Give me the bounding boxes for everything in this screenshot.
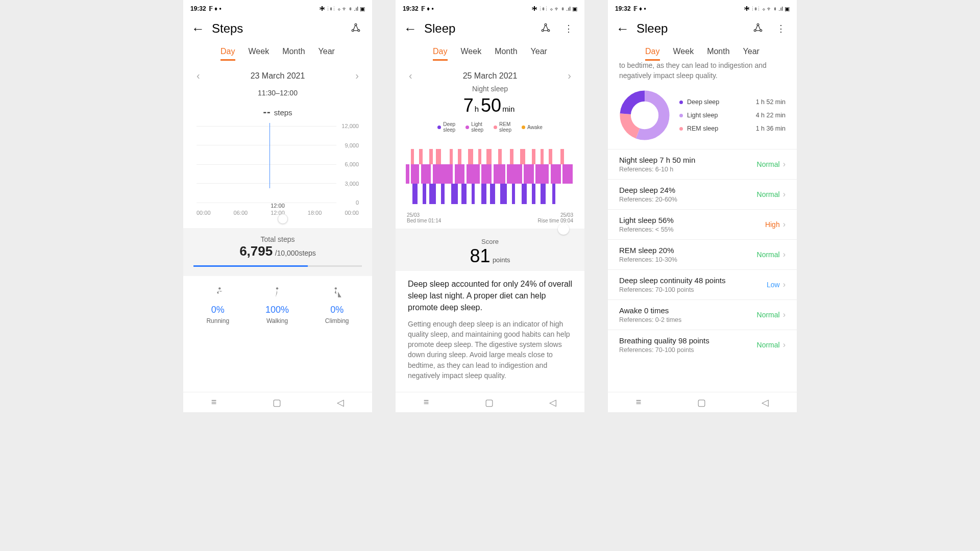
activity-pct: 0% [211, 305, 225, 315]
nav-recent-icon[interactable]: ≡ [211, 397, 217, 408]
metric-row[interactable]: Night sleep 7 h 50 minReferences: 6-10 h… [608, 149, 797, 179]
advice-sub: Getting enough deep sleep is an indicato… [408, 319, 572, 381]
svg-point-8 [548, 30, 550, 32]
status-bar: 19:32𝔽 ♦ • ✱ ⁞▯⁞ ⌔ ᯤ ▯ .ıl ▣ [608, 3, 797, 14]
prev-day-button[interactable]: ‹ [197, 70, 200, 82]
sleep-times: 25/03Bed time 01:14 25/03Rise time 09:04 [396, 210, 584, 223]
metric-status: Normal [757, 251, 780, 259]
status-right-icons: ✱ ⁞▯⁞ ⌔ ᯤ ▯ .ıl ▣ [744, 6, 790, 12]
tab-month[interactable]: Month [495, 47, 517, 61]
tab-day[interactable]: Day [220, 47, 235, 61]
activity-walking[interactable]: 100% Walking [265, 286, 289, 324]
status-left-icons: 𝔽 ♦ • [209, 5, 222, 12]
nav-back-icon[interactable]: ◁ [549, 397, 556, 408]
next-day-button[interactable]: › [355, 70, 359, 82]
ytick: 3,000 [336, 181, 359, 187]
svg-point-3 [218, 287, 220, 289]
dot-icon [494, 126, 497, 129]
chart-cursor[interactable] [270, 123, 270, 188]
tab-year[interactable]: Year [318, 47, 335, 61]
activity-name: Climbing [325, 317, 349, 324]
steps-value: -- [263, 106, 271, 117]
back-button[interactable]: ← [404, 22, 417, 35]
metric-row[interactable]: REM sleep 20%References: 10-30%Normal› [608, 239, 797, 269]
period-tabs: Day Week Month Year [396, 40, 584, 61]
advice-card: Deep sleep accounted for only 24% of ove… [396, 271, 584, 388]
tab-month[interactable]: Month [282, 47, 305, 61]
tab-week[interactable]: Week [461, 47, 482, 61]
nav-back-icon[interactable]: ◁ [337, 397, 344, 408]
more-icon[interactable]: ⋮ [561, 23, 576, 34]
activity-running[interactable]: 0% Running [206, 286, 229, 324]
header: ← Sleep ⋮ [608, 14, 797, 40]
tab-week[interactable]: Week [673, 47, 694, 61]
tab-day[interactable]: Day [645, 47, 659, 61]
period-tabs: Day Week Month Year [183, 40, 372, 61]
share-icon[interactable] [348, 22, 364, 35]
svg-point-5 [335, 287, 337, 289]
xtick: 00:00 [345, 210, 359, 216]
truncated-advice: to bedtime, as they can lead to indigest… [608, 61, 797, 86]
legend-time: 4 h 22 min [756, 112, 786, 119]
score-label: Score [408, 238, 572, 245]
chevron-right-icon: › [783, 280, 786, 289]
share-icon[interactable] [750, 22, 766, 35]
minutes: 50 [481, 95, 501, 116]
rise-label: Rise time 09:04 [538, 218, 573, 223]
nav-recent-icon[interactable]: ≡ [636, 397, 642, 408]
back-button[interactable]: ← [191, 22, 205, 35]
tab-month[interactable]: Month [707, 47, 729, 61]
steps-readout: --steps [183, 106, 372, 118]
metric-title: Breathing quality 98 points [619, 336, 709, 345]
donut-section: Deep sleep1 h 52 min Light sleep4 h 22 m… [608, 86, 797, 149]
nav-recent-icon[interactable]: ≡ [424, 397, 429, 408]
back-button[interactable]: ← [616, 22, 629, 35]
status-time: 19:32 [615, 5, 631, 12]
status-right-icons: ✱ ⁞▯⁞ ⌔ ᯤ ▯ .ıl ▣ [532, 6, 577, 12]
nav-home-icon[interactable]: ▢ [273, 397, 281, 408]
metric-row[interactable]: Deep sleep continuity 48 pointsReference… [608, 269, 797, 299]
tab-year[interactable]: Year [743, 47, 760, 61]
nav-back-icon[interactable]: ◁ [762, 397, 769, 408]
nav-home-icon[interactable]: ▢ [485, 397, 494, 408]
status-right-icons: ✱ ⁞▯⁞ ⌔ ᯤ ▯ .ıl ▣ [320, 6, 365, 12]
status-bar: 19:32𝔽 ♦ • ✱ ⁞▯⁞ ⌔ ᯤ ▯ .ıl ▣ [396, 3, 584, 14]
prev-day-button[interactable]: ‹ [409, 70, 412, 82]
xtick: 00:00 [197, 210, 211, 216]
metric-row[interactable]: Awake 0 timesReferences: 0-2 timesNormal… [608, 299, 797, 330]
metric-title: Deep sleep continuity 48 points [619, 276, 725, 285]
metric-row[interactable]: Breathing quality 98 pointsReferences: 7… [608, 330, 797, 360]
legend-time: 1 h 36 min [756, 125, 786, 132]
activity-climbing[interactable]: 0% Climbing [325, 286, 349, 324]
more-icon[interactable]: ⋮ [773, 23, 789, 34]
advice-main: Deep sleep accounted for only 24% of ove… [408, 278, 572, 314]
sleep-donut-chart[interactable] [619, 90, 670, 141]
metric-ref: References: 6-10 h [619, 166, 695, 173]
metric-row[interactable]: Light sleep 56%References: < 55%High› [608, 209, 797, 239]
tab-year[interactable]: Year [531, 47, 547, 61]
time-slider-knob[interactable] [278, 214, 288, 224]
legend-name: Deep sleep [687, 98, 756, 106]
page-title: Steps [212, 21, 340, 36]
status-left-icons: 𝔽 ♦ • [421, 5, 434, 12]
sleep-stage-chart[interactable] [406, 144, 574, 210]
status-bar: 19:32𝔽 ♦ • ✱ ⁞▯⁞ ⌔ ᯤ ▯ .ıl ▣ [183, 3, 372, 14]
bed-date: 25/03 [407, 212, 441, 218]
next-day-button[interactable]: › [568, 70, 571, 82]
progress-bar [193, 265, 362, 267]
tab-week[interactable]: Week [249, 47, 270, 61]
total-value: 6,795 [239, 243, 273, 259]
steps-chart[interactable]: 12,000 9,000 6,000 3,000 0 [197, 123, 359, 199]
metric-ref: References: 0-2 times [619, 316, 681, 323]
metric-status: Normal [757, 341, 780, 349]
metric-row[interactable]: Deep sleep 24%References: 20-60%Normal› [608, 179, 797, 209]
nav-home-icon[interactable]: ▢ [697, 397, 706, 408]
slider-knob[interactable] [558, 223, 569, 235]
share-icon[interactable] [537, 22, 554, 35]
tab-day[interactable]: Day [433, 47, 447, 61]
activity-pct: 100% [265, 305, 289, 315]
chevron-right-icon: › [783, 220, 786, 229]
page-title: Sleep [636, 21, 743, 36]
metric-status: Normal [757, 160, 780, 168]
activity-name: Walking [266, 317, 288, 324]
